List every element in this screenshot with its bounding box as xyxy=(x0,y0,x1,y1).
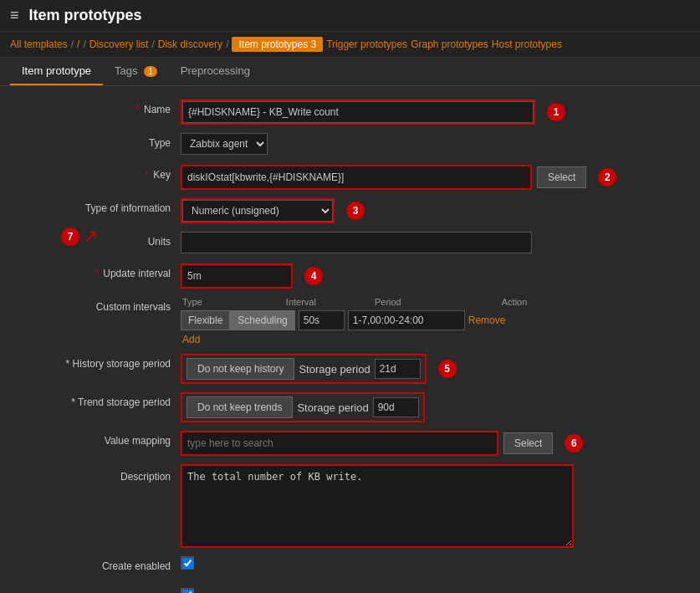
breadcrumb-discovery-list[interactable]: Discovery list xyxy=(89,38,149,50)
trend-storage-label: Storage period xyxy=(297,401,368,414)
value-mapping-label: Value mapping xyxy=(13,431,181,447)
trend-value-input[interactable] xyxy=(373,397,419,417)
tab-tags[interactable]: Tags 1 xyxy=(103,58,169,85)
history-no-keep-btn[interactable]: Do not keep history xyxy=(186,358,294,380)
update-interval-input[interactable] xyxy=(182,265,291,287)
ci-header-action: Action xyxy=(502,297,528,307)
type-select[interactable]: Zabbix agent xyxy=(181,133,268,155)
update-interval-control: 4 xyxy=(181,263,687,289)
history-value-input[interactable] xyxy=(375,359,421,379)
value-mapping-control: Select 6 xyxy=(181,431,687,456)
tab-tags-label: Tags xyxy=(115,64,137,77)
key-control: Select 2 xyxy=(181,165,687,190)
breadcrumb-item-prototypes[interactable]: Item prototypes 3 xyxy=(232,37,323,52)
ci-add-link[interactable]: Add xyxy=(181,334,200,345)
history-control: Do not keep history Storage period 5 xyxy=(181,354,687,384)
create-enabled-label: Create enabled xyxy=(13,556,181,572)
breadcrumb-sep1: / xyxy=(71,38,74,50)
value-mapping-select-btn[interactable]: Select xyxy=(503,432,553,454)
ci-remove-link[interactable]: Remove xyxy=(468,314,506,326)
tab-item-prototype-label: Item prototype xyxy=(22,64,91,77)
annotation-3: 3 xyxy=(346,202,365,220)
annotation-6: 6 xyxy=(565,434,583,452)
ci-period-input[interactable] xyxy=(348,310,465,330)
units-row: Units xyxy=(13,232,687,255)
name-label: * Name xyxy=(13,100,181,115)
custom-intervals-control: Type Interval Period Action Flexible Sch… xyxy=(181,297,687,345)
form-content: * Name 1 Type Zabbix agent * Key xyxy=(0,86,700,593)
type-info-select[interactable]: Numeric (unsigned) xyxy=(182,200,333,222)
type-label: Type xyxy=(13,133,181,149)
ci-interval-input[interactable] xyxy=(299,310,345,330)
update-highlight xyxy=(181,263,293,289)
ci-header-type: Type xyxy=(182,297,202,307)
trend-row: * Trend storage period Do not keep trend… xyxy=(13,392,687,422)
breadcrumb-host-prototypes[interactable]: Host prototypes xyxy=(492,38,562,50)
type-row: Type Zabbix agent xyxy=(13,133,687,156)
type-control: Zabbix agent xyxy=(181,133,687,155)
name-row: * Name 1 xyxy=(13,100,687,125)
update-interval-label: * Update interval xyxy=(13,263,181,279)
create-enabled-row: Create enabled xyxy=(13,556,687,580)
app-header: ≡ Item prototypes xyxy=(0,0,700,32)
breadcrumb: All templates / / / Discovery list / Dis… xyxy=(0,32,700,58)
custom-intervals-label: Custom intervals xyxy=(13,297,181,313)
discover-checkbox[interactable] xyxy=(182,590,193,594)
trend-control: Do not keep trends Storage period xyxy=(181,392,687,422)
annotation-4: 4 xyxy=(304,267,323,285)
key-select-button[interactable]: Select xyxy=(537,166,586,188)
menu-icon[interactable]: ≡ xyxy=(10,7,19,24)
ci-type-buttons: Flexible Scheduling xyxy=(181,310,295,330)
tags-badge: 1 xyxy=(144,66,157,77)
name-input[interactable] xyxy=(182,101,534,123)
ci-scheduling-btn[interactable]: Scheduling xyxy=(230,310,294,330)
custom-intervals-row: Custom intervals Type Interval Period Ac… xyxy=(13,297,687,345)
key-label: * Key xyxy=(13,165,181,181)
breadcrumb-trigger-prototypes[interactable]: Trigger prototypes xyxy=(326,38,407,50)
type-info-control: Numeric (unsigned) 3 xyxy=(181,198,687,223)
breadcrumb-sep3: / xyxy=(151,38,154,50)
breadcrumb-all-templates[interactable]: All templates xyxy=(10,38,68,50)
discover-row: Discover xyxy=(13,588,687,593)
ci-header-period: Period xyxy=(375,297,401,307)
ci-flexible-btn[interactable]: Flexible xyxy=(181,310,230,330)
breadcrumb-sep4: / xyxy=(226,38,228,50)
description-control: The total number of KB write. xyxy=(181,464,687,548)
trend-no-keep-btn[interactable]: Do not keep trends xyxy=(186,396,293,418)
ci-header-interval: Interval xyxy=(286,297,316,307)
value-mapping-row: Value mapping Select 6 xyxy=(13,431,687,456)
type-info-row: Type of information Numeric (unsigned) 3 xyxy=(13,198,687,223)
tab-preprocessing[interactable]: Preprocessing xyxy=(169,58,262,85)
annotation-5: 5 xyxy=(438,360,457,378)
value-mapping-input[interactable] xyxy=(182,432,497,454)
name-control: 1 xyxy=(181,100,687,125)
breadcrumb-disk-discovery[interactable]: Disk discovery xyxy=(158,38,222,50)
discover-label: Discover xyxy=(13,588,181,593)
trend-label: * Trend storage period xyxy=(13,392,181,408)
tab-item-prototype[interactable]: Item prototype xyxy=(10,58,103,85)
breadcrumb-aix[interactable]: / xyxy=(77,38,79,50)
annotation-7: 7 xyxy=(61,227,79,246)
history-row: * History storage period Do not keep his… xyxy=(13,354,687,384)
key-input[interactable] xyxy=(182,166,530,188)
type-info-highlight: Numeric (unsigned) xyxy=(181,198,335,223)
discover-control xyxy=(181,588,687,593)
description-textarea[interactable]: The total number of KB write. xyxy=(181,464,574,548)
create-enabled-checkbox[interactable] xyxy=(182,558,193,569)
history-label: * History storage period xyxy=(13,354,181,370)
annotation-2: 2 xyxy=(598,168,616,187)
type-info-label: Type of information xyxy=(13,198,181,214)
annotation-7-area: 7 ↗ xyxy=(54,226,98,248)
annotation-1: 1 xyxy=(547,103,565,121)
units-control xyxy=(181,232,687,253)
breadcrumb-graph-prototypes[interactable]: Graph prototypes xyxy=(411,38,488,50)
tab-preprocessing-label: Preprocessing xyxy=(181,64,250,77)
breadcrumb-sep2: / xyxy=(83,38,85,50)
key-row: * Key Select 2 xyxy=(13,165,687,190)
description-label: Description xyxy=(13,464,181,483)
name-highlight-box xyxy=(181,100,535,125)
units-input[interactable] xyxy=(181,232,532,253)
create-enabled-control xyxy=(181,556,687,570)
update-interval-row: * Update interval 4 xyxy=(13,263,687,289)
page-title: Item prototypes xyxy=(29,7,142,24)
